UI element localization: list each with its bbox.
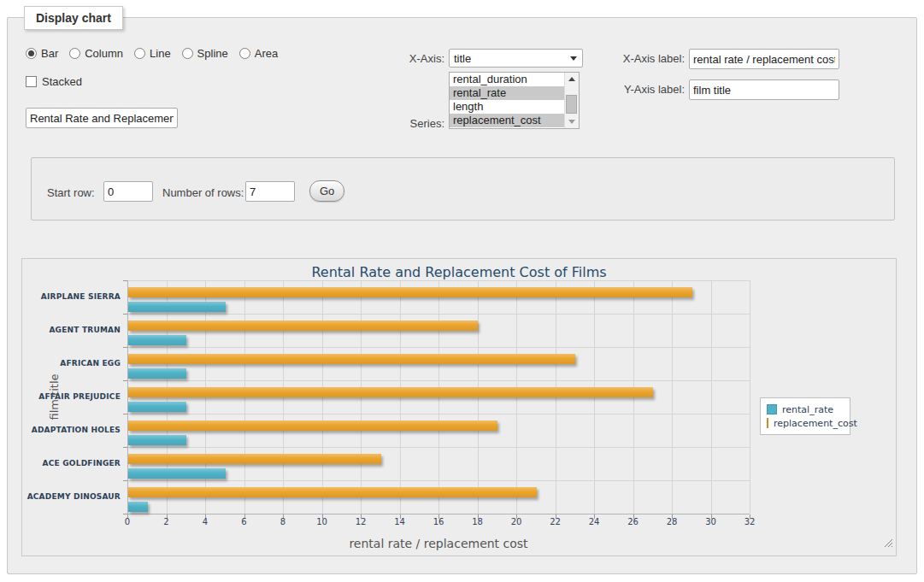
num-rows-input[interactable] [245,181,295,202]
gridline-horizontal [127,380,750,381]
series-option-length[interactable]: length [450,100,569,114]
legend-label: replacement_cost [774,418,857,429]
y-axis-label-input[interactable] [689,79,839,100]
scrollbar-thumb[interactable] [566,95,577,114]
bar-replacement_cost[interactable] [128,387,653,397]
series-option-rental_rate[interactable]: rental_rate [450,86,569,100]
legend-swatch-icon [767,418,768,428]
scroll-down-icon[interactable] [568,120,575,124]
series-option-replacement_cost[interactable]: replacement_cost [450,114,569,127]
x-tick-label: 24 [581,517,607,526]
x-tick-label: 26 [621,517,646,526]
y-tick-mark [123,414,127,414]
category-label: ACE GOLDFINGER [22,459,121,467]
y-tick-mark [123,314,127,315]
y-axis-title: film title [48,280,61,514]
gridline-horizontal [127,414,750,414]
y-tick-mark [123,480,127,481]
gridline-vertical [711,280,712,514]
bar-replacement_cost[interactable] [128,287,692,297]
fieldset-legend: Display chart [24,6,123,30]
x-tick-label: 2 [154,517,180,526]
x-axis-select[interactable]: title [449,49,583,68]
x-tick-label: 22 [543,517,568,526]
radio-bar-icon[interactable] [26,48,37,59]
start-row-input[interactable] [103,181,153,202]
chart-title-input[interactable] [26,108,178,128]
radio-label-bar: Bar [41,47,58,60]
listbox-scrollbar[interactable] [564,73,579,128]
bar-replacement_cost[interactable] [128,420,497,431]
x-axis-title: rental rate / replacement cost [127,537,750,550]
y-axis-label-caption: Y-Axis label: [611,83,685,96]
series-options: rental_durationrental_ratelengthreplacem… [450,73,579,127]
radio-line-icon[interactable] [134,48,145,59]
row-controls-panel [31,157,895,220]
x-tick-label: 32 [737,517,762,526]
x-tick-label: 16 [426,517,451,526]
bar-rental_rate[interactable] [128,468,226,479]
radio-spline-icon[interactable] [182,48,193,59]
bar-rental_rate[interactable] [128,502,148,512]
gridline-horizontal [127,280,750,281]
chart-type-line[interactable]: Line [134,47,171,60]
x-tick-label: 10 [309,517,335,526]
category-label: AFRICAN EGG [22,359,121,367]
legend-item-replacement_cost[interactable]: replacement_cost [767,416,850,430]
x-axis-selected-value: title [454,52,471,65]
chart-legend: rental_ratereplacement_cost [760,397,850,435]
x-axis-select-label: X-Axis: [368,52,444,65]
x-tick-label: 28 [659,517,685,526]
y-tick-mark [123,347,127,348]
category-label: AIRPLANE SIERRA [22,292,121,301]
chart-type-area[interactable]: Area [239,47,278,60]
stacked-checkbox[interactable] [26,76,37,87]
x-axis-label-input[interactable] [689,49,839,69]
legend-label: rental_rate [782,404,833,415]
radio-area-icon[interactable] [239,48,250,59]
chart-type-radio-group: BarColumnLineSplineArea [26,47,278,60]
gridline-horizontal [127,480,750,481]
category-label: AFFAIR PREJUDICE [22,392,121,401]
chart-type-column[interactable]: Column [69,47,123,60]
radio-column-icon[interactable] [69,48,80,59]
radio-label-line: Line [150,47,171,60]
y-tick-mark [123,380,127,381]
category-label: AGENT TRUMAN [22,326,121,334]
gridline-horizontal [127,347,750,348]
chart-type-spline[interactable]: Spline [182,47,228,60]
gridline-vertical [672,280,673,514]
bar-replacement_cost[interactable] [128,487,537,497]
x-tick-label: 8 [270,517,296,526]
series-option-rental_duration[interactable]: rental_duration [450,73,569,86]
go-button[interactable]: Go [309,180,344,202]
x-tick-label: 20 [503,517,529,526]
bar-rental_rate[interactable] [128,302,226,312]
bar-rental_rate[interactable] [128,335,186,345]
bar-replacement_cost[interactable] [128,454,381,464]
bar-rental_rate[interactable] [128,402,186,412]
legend-item-rental_rate[interactable]: rental_rate [767,403,850,416]
chart-panel: Rental Rate and Replacement Cost of Film… [21,258,897,556]
series-list-label: Series: [368,117,444,130]
legend-swatch-icon [767,404,777,414]
y-tick-mark [123,514,127,514]
resize-handle-icon[interactable] [884,538,892,547]
bar-rental_rate[interactable] [128,368,186,379]
bar-rental_rate[interactable] [128,435,186,445]
page: Display chart BarColumnLineSplineArea St… [0,0,924,582]
start-row-label: Start row: [47,186,95,199]
stacked-checkbox-row: Stacked [26,75,82,88]
x-tick-label: 6 [232,517,257,526]
category-label: ACADEMY DINOSAUR [22,492,121,501]
x-tick-label: 4 [192,517,218,526]
chevron-down-icon [570,56,577,61]
chart-type-bar[interactable]: Bar [26,47,58,60]
x-tick-label: 12 [348,517,374,526]
series-listbox[interactable]: rental_durationrental_ratelengthreplacem… [449,72,580,129]
scroll-up-icon[interactable] [568,77,575,81]
bar-replacement_cost[interactable] [128,354,575,364]
bar-replacement_cost[interactable] [128,320,478,331]
x-tick-label: 14 [387,517,413,526]
gridline-horizontal [127,314,750,315]
